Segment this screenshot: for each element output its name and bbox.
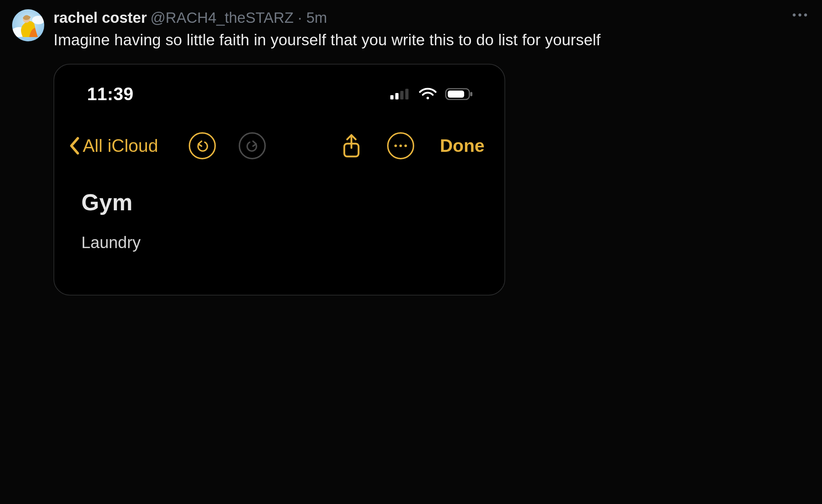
svg-rect-13 — [448, 91, 464, 98]
svg-point-6 — [804, 14, 807, 16]
battery-icon — [445, 88, 473, 101]
back-button[interactable]: All iCloud — [69, 135, 158, 156]
tweet-text: Imagine having so little faith in yourse… — [54, 30, 810, 50]
undo-icon — [195, 139, 209, 153]
svg-rect-14 — [470, 92, 472, 96]
attached-image[interactable]: 11:39 — [54, 64, 505, 295]
status-bar-time: 11:39 — [87, 84, 133, 104]
display-name[interactable]: rachel coster — [54, 9, 147, 26]
svg-point-4 — [793, 14, 796, 16]
svg-point-11 — [427, 97, 429, 99]
redo-icon — [245, 139, 259, 153]
done-button[interactable]: Done — [440, 135, 484, 156]
svg-point-19 — [404, 144, 407, 147]
more-button[interactable] — [387, 132, 414, 159]
svg-rect-7 — [390, 95, 394, 99]
note-body: Gym Laundry — [54, 159, 504, 295]
svg-rect-8 — [395, 93, 399, 99]
tweet-header: rachel coster @RACH4_theSTARZ · 5m — [54, 9, 810, 26]
undo-button[interactable] — [189, 132, 216, 159]
note-line: Laundry — [81, 233, 504, 252]
ellipsis-icon — [394, 144, 408, 148]
separator: · — [298, 9, 302, 26]
timestamp[interactable]: 5m — [306, 9, 327, 26]
cellular-icon — [390, 89, 410, 99]
svg-point-5 — [798, 14, 801, 16]
chevron-left-icon — [69, 137, 80, 155]
wifi-icon — [419, 88, 437, 101]
share-button[interactable] — [341, 134, 361, 158]
ellipsis-icon — [792, 13, 808, 17]
note-title: Gym — [81, 189, 504, 216]
tweet: rachel coster @RACH4_theSTARZ · 5m Imagi… — [0, 0, 822, 295]
svg-rect-9 — [400, 91, 404, 99]
redo-button — [239, 132, 266, 159]
svg-point-18 — [399, 144, 402, 147]
back-button-label: All iCloud — [83, 135, 158, 156]
handle[interactable]: @RACH4_theSTARZ — [150, 9, 293, 26]
more-options-button[interactable] — [790, 11, 810, 19]
svg-rect-10 — [405, 89, 409, 99]
ios-status-bar: 11:39 — [54, 65, 504, 104]
avatar[interactable] — [12, 9, 44, 41]
notes-toolbar: All iCloud — [54, 104, 504, 159]
share-icon — [341, 134, 361, 158]
svg-point-17 — [394, 144, 397, 147]
